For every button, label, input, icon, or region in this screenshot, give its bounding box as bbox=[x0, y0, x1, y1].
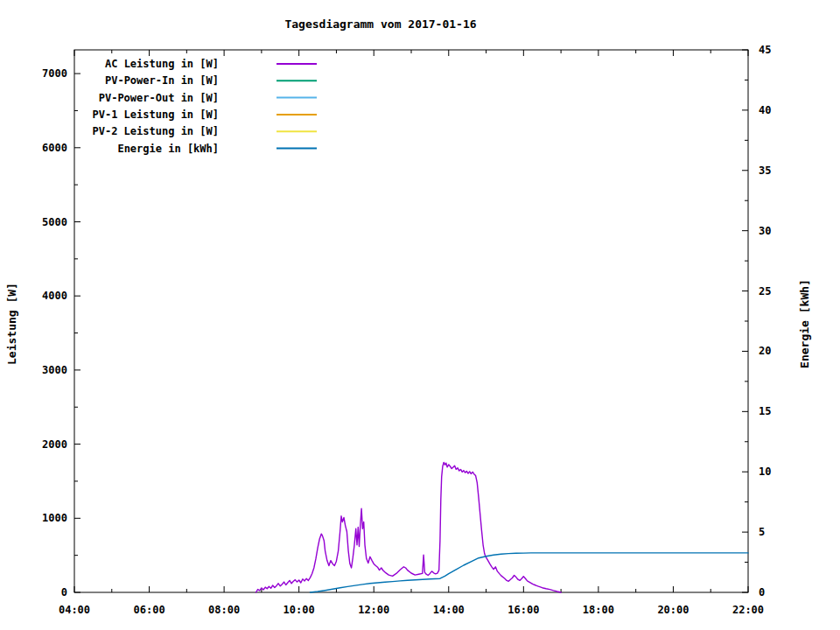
y-right-tick-label: 25 bbox=[759, 285, 771, 298]
y-right-tick-label: 5 bbox=[759, 526, 765, 538]
legend-label: Energie in [kWh] bbox=[117, 143, 219, 155]
x-tick-label: 06:00 bbox=[133, 604, 164, 616]
y-left-tick-label: 6000 bbox=[42, 142, 67, 154]
legend-label: PV-2 Leistung in [W] bbox=[93, 125, 220, 137]
legend-label: PV-Power-In in [W] bbox=[105, 74, 219, 87]
y-left-tick-label: 3000 bbox=[42, 364, 67, 376]
y-left-tick-label: 1000 bbox=[42, 512, 67, 524]
y-right-tick-label: 20 bbox=[759, 345, 771, 357]
x-tick-label: 04:00 bbox=[59, 604, 90, 616]
ac-leistung-curve bbox=[256, 462, 562, 592]
x-tick-label: 22:00 bbox=[732, 604, 764, 616]
x-tick-label: 08:00 bbox=[208, 604, 240, 616]
x-tick-label: 10:00 bbox=[284, 604, 315, 616]
legend-label: PV-Power-Out in [W] bbox=[99, 92, 219, 104]
x-tick-label: 12:00 bbox=[358, 604, 389, 616]
x-tick-label: 14:00 bbox=[433, 604, 465, 616]
y-right-tick-label: 15 bbox=[759, 405, 771, 417]
legend-label: AC Leistung in [W] bbox=[105, 58, 219, 70]
y-left-tick-label: 4000 bbox=[42, 290, 67, 302]
y-left-tick-label: 7000 bbox=[42, 67, 67, 80]
y-left-tick-label: 0 bbox=[61, 586, 67, 598]
y-right-tick-label: 45 bbox=[759, 44, 771, 56]
y-left-tick-label: 5000 bbox=[42, 216, 67, 228]
energie-curve bbox=[311, 553, 749, 592]
plot-canvas: 04:0006:0008:0010:0012:0014:0016:0018:00… bbox=[0, 0, 840, 630]
y-right-tick-label: 0 bbox=[759, 586, 765, 598]
x-tick-label: 18:00 bbox=[583, 604, 614, 616]
tagesdiagramm-page: Tagesdiagramm vom 2017-01-16 Leistung [W… bbox=[0, 0, 840, 630]
y-left-tick-label: 2000 bbox=[42, 438, 67, 451]
x-tick-label: 16:00 bbox=[508, 604, 539, 616]
y-right-tick-label: 40 bbox=[759, 104, 771, 116]
y-right-tick-label: 35 bbox=[759, 164, 771, 177]
legend-label: PV-1 Leistung in [W] bbox=[93, 108, 220, 121]
y-right-tick-label: 30 bbox=[759, 225, 771, 237]
x-tick-label: 20:00 bbox=[657, 604, 689, 616]
y-right-tick-label: 10 bbox=[759, 466, 771, 478]
